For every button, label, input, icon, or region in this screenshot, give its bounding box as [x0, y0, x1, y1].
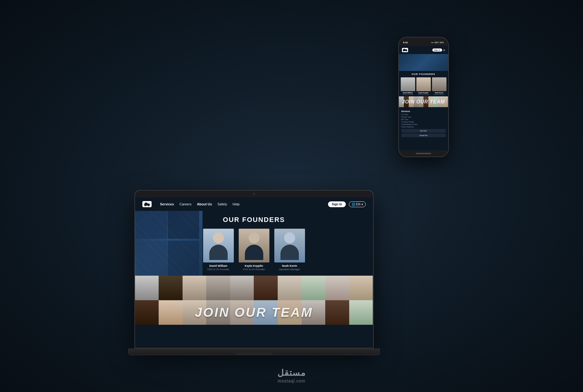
- main-scene: Services Careers About Us Safety Help Si…: [0, 0, 583, 392]
- wifi-icon: WiFi: [434, 41, 438, 44]
- phone-body: 9:41 ▪▪▪ WiFi 95%: [398, 37, 449, 157]
- phone-menu-icon[interactable]: ≡: [443, 49, 445, 52]
- laptop-notch: [135, 191, 373, 197]
- team-member-10: [349, 276, 373, 300]
- svg-point-6: [406, 50, 407, 52]
- founder-photo-2: [239, 229, 269, 262]
- phone-founders-row: David William CEO & CO-Founder Kayla Kop…: [399, 77, 448, 95]
- svg-point-1: [145, 205, 146, 206]
- founder-photo-1: [203, 229, 234, 262]
- founder-card-2: Kayla Kopplin COO & CO-Founder: [239, 229, 269, 271]
- nav-link-help[interactable]: Help: [233, 202, 240, 206]
- phone-founders-title: OUR FOUNDERS: [399, 73, 448, 76]
- founders-section: OUR FOUNDERS David William: [135, 211, 373, 271]
- signal-icon: ▪▪▪: [431, 41, 433, 44]
- laptop-screen: Services Careers About Us Safety Help Si…: [135, 197, 373, 348]
- phone-services-list: Car Trips Scooter Trips Bus Trips To Air…: [401, 114, 446, 128]
- phone-navbar: Sign In ≡: [399, 46, 448, 54]
- web-signin-button[interactable]: Sign In: [328, 201, 346, 207]
- phone-founder-role-1: CEO & CO-Founder: [401, 94, 415, 95]
- globe-icon: 🌐: [352, 203, 355, 206]
- svg-rect-7: [403, 49, 405, 50]
- web-logo: [142, 201, 152, 207]
- phone-join-section: JOIN OUR TEAM: [399, 96, 448, 107]
- phone-founder-role-3: Operation Manager: [432, 94, 446, 95]
- laptop-device: Services Careers About Us Safety Help Si…: [134, 190, 374, 355]
- phone-device: 9:41 ▪▪▪ WiFi 95%: [398, 37, 449, 157]
- founders-title: OUR FOUNDERS: [135, 216, 373, 224]
- phone-app-buttons: App Store Google Play: [401, 129, 446, 137]
- nav-link-safety[interactable]: Safety: [218, 202, 227, 206]
- service-item-5: Travel Between Cities: [401, 123, 446, 125]
- web-nav-right: Sign In 🌐 EN ▾: [328, 201, 365, 207]
- team-member-5: [230, 276, 254, 300]
- founder-name-3: Noah Kevin: [274, 264, 305, 267]
- phone-founder-photo-2: [416, 77, 431, 91]
- phone-signin-button[interactable]: Sign In: [432, 49, 442, 52]
- service-item-3: Bus Trips: [401, 118, 446, 120]
- founder-role-2: COO & CO-Founder: [239, 268, 269, 271]
- chevron-down-icon: ▾: [361, 203, 363, 206]
- web-lang-button[interactable]: 🌐 EN ▾: [349, 201, 366, 207]
- team-member-2: [159, 276, 183, 300]
- founder-role-3: Operation Manager: [274, 268, 305, 271]
- phone-founder-2: Kayla Kopplin COO & CO-Founder: [416, 77, 431, 95]
- founder-name-1: David William: [203, 264, 234, 267]
- laptop-base: [128, 348, 380, 355]
- nav-link-about[interactable]: About Us: [197, 202, 212, 206]
- phone-join-text: JOIN OUR TEAM: [402, 99, 445, 105]
- founders-grid: David William CEO & CO-Founder: [135, 229, 373, 271]
- google-play-btn[interactable]: Google Play: [401, 134, 446, 137]
- team-row-1: [135, 276, 373, 300]
- phone-services-section: Services Car Trips Scooter Trips Bus Tri…: [399, 108, 448, 139]
- team-member-1: [135, 276, 159, 300]
- laptop-camera: [253, 193, 255, 195]
- brand-logo-arabic: مستقل: [277, 368, 306, 378]
- service-item-6: Goods Shipment: [401, 126, 446, 128]
- phone-home-bar: [416, 153, 431, 154]
- web-nav-links: Services Careers About Us Safety Help: [160, 202, 240, 206]
- phone-founder-photo-1: [401, 77, 415, 91]
- founder-card-1: David William CEO & CO-Founder: [203, 229, 234, 271]
- join-overlay: JOIN OUR TEAM: [135, 300, 373, 325]
- phone-founder-3: Noah Kevin Operation Manager: [432, 77, 446, 95]
- founder-name-2: Kayla Kopplin: [239, 264, 269, 267]
- join-section: JOIN OUR TEAM: [135, 300, 373, 325]
- team-member-6: [254, 276, 278, 300]
- phone-hero-collage: [399, 54, 448, 71]
- phone-home-indicator: [399, 150, 448, 157]
- team-member-8: [302, 276, 326, 300]
- lang-label: EN: [356, 203, 361, 206]
- founder-photo-3: [274, 229, 305, 262]
- brand-url: mostaql.com: [277, 378, 306, 383]
- service-item-1: Car Trips: [401, 114, 446, 115]
- phone-founder-role-2: COO & CO-Founder: [416, 94, 431, 95]
- founder-card-3: Noah Kevin Operation Manager: [274, 229, 305, 271]
- svg-rect-3: [145, 203, 147, 204]
- phone-logo: [402, 48, 408, 52]
- nav-link-careers[interactable]: Careers: [180, 202, 191, 206]
- battery-label: 95%: [439, 41, 444, 44]
- team-member-4: [206, 276, 230, 300]
- service-item-2: Scooter Trips: [401, 116, 446, 118]
- phone-join-overlay: JOIN OUR TEAM: [399, 96, 448, 107]
- app-store-btn[interactable]: App Store: [401, 129, 446, 133]
- laptop-body: Services Careers About Us Safety Help Si…: [134, 190, 374, 348]
- phone-screen: Sign In ≡ OUR FOUNDERS David William CEO…: [399, 46, 448, 150]
- phone-founder-photo-3: [432, 77, 446, 91]
- phone-status-icons: ▪▪▪ WiFi 95%: [431, 41, 444, 44]
- nav-link-services[interactable]: Services: [160, 202, 174, 206]
- phone-founder-1: David William CEO & CO-Founder: [401, 77, 415, 95]
- bottom-brand: مستقل mostaql.com: [277, 368, 306, 383]
- phone-time: 9:41: [403, 41, 408, 44]
- phone-status-bar: 9:41 ▪▪▪ WiFi 95%: [399, 37, 448, 46]
- svg-point-2: [148, 205, 149, 206]
- service-item-4: To Airport Shuttle: [401, 121, 446, 123]
- team-member-3: [183, 276, 207, 300]
- svg-point-5: [403, 50, 404, 52]
- team-member-7: [278, 276, 302, 300]
- phone-nav-right: Sign In ≡: [432, 49, 445, 52]
- website-content: Services Careers About Us Safety Help Si…: [135, 197, 373, 348]
- team-member-9: [325, 276, 349, 300]
- logo-icon: [142, 201, 152, 207]
